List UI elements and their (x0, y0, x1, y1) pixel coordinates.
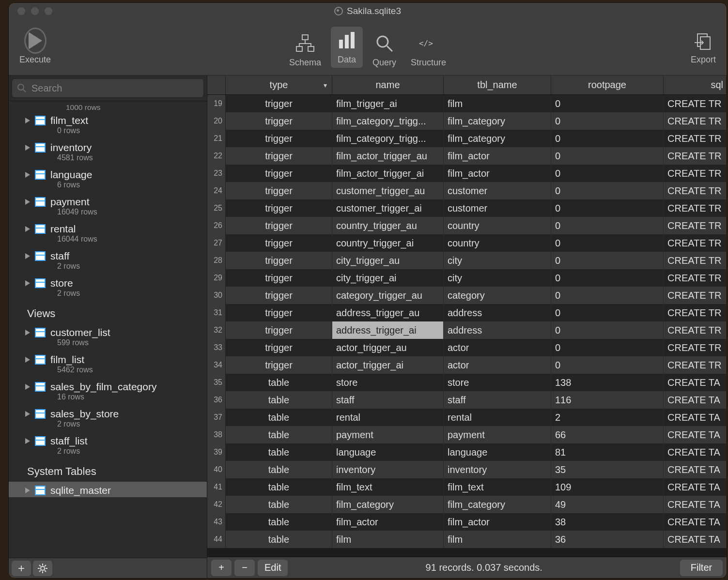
cell-rootpage[interactable]: 0 (551, 199, 664, 217)
cell-sql[interactable]: CREATE TA (664, 478, 727, 496)
cell-rootpage[interactable]: 0 (551, 269, 664, 287)
table-row[interactable]: 21triggerfilm_category_trigg...film_cate… (207, 130, 727, 147)
cell-rootpage[interactable]: 109 (551, 478, 664, 496)
sidebar-item-language[interactable]: language (9, 166, 207, 182)
cell-sql[interactable]: CREATE TR (664, 182, 727, 199)
cell-type[interactable]: trigger (226, 304, 332, 321)
cell-tbl_name[interactable]: city (444, 269, 551, 287)
sidebar-item-rental[interactable]: rental (9, 220, 207, 236)
search-field[interactable] (31, 83, 199, 94)
table-row[interactable]: 35tablestorestore138CREATE TA (207, 374, 727, 391)
cell-sql[interactable]: CREATE TA (664, 496, 727, 513)
sidebar-tree[interactable]: 1000 rows film_text0 rows inventory4581 … (9, 101, 207, 558)
cell-tbl_name[interactable]: store (444, 374, 551, 391)
cell-name[interactable]: language (332, 443, 444, 461)
cell-rootpage[interactable]: 0 (551, 321, 664, 339)
cell-rootpage[interactable]: 0 (551, 339, 664, 356)
sidebar-item-inventory[interactable]: inventory (9, 139, 207, 154)
table-row[interactable]: 42tablefilm_categoryfilm_category49CREAT… (207, 496, 727, 513)
cell-name[interactable]: actor_trigger_ai (332, 356, 444, 374)
cell-sql[interactable]: CREATE TA (664, 513, 727, 531)
cell-tbl_name[interactable]: inventory (444, 461, 551, 478)
filter-button[interactable]: Filter (680, 560, 723, 576)
add-button[interactable]: + (12, 561, 31, 576)
structure-tab[interactable]: </> Structure (406, 32, 451, 68)
cell-rootpage[interactable]: 35 (551, 461, 664, 478)
table-row[interactable]: 39tablelanguagelanguage81CREATE TA (207, 443, 727, 461)
cell-type[interactable]: trigger (226, 95, 332, 112)
search-input[interactable] (12, 78, 204, 98)
cell-type[interactable]: trigger (226, 356, 332, 374)
cell-type[interactable]: trigger (226, 234, 332, 252)
cell-rootpage[interactable]: 36 (551, 531, 664, 548)
grid-body[interactable]: 19triggerfilm_trigger_aifilm0CREATE TR20… (207, 95, 727, 557)
cell-tbl_name[interactable]: film_text (444, 478, 551, 496)
table-row[interactable]: 20triggerfilm_category_trigg...film_cate… (207, 112, 727, 130)
cell-sql[interactable]: CREATE TA (664, 391, 727, 409)
cell-rootpage[interactable]: 0 (551, 287, 664, 304)
table-row[interactable]: 44tablefilmfilm36CREATE TA (207, 531, 727, 548)
cell-name[interactable]: city_trigger_ai (332, 269, 444, 287)
cell-type[interactable]: trigger (226, 147, 332, 165)
cell-type[interactable]: table (226, 496, 332, 513)
table-row[interactable]: 41tablefilm_textfilm_text109CREATE TA (207, 478, 727, 496)
cell-type[interactable]: table (226, 409, 332, 426)
cell-tbl_name[interactable]: film_actor (444, 147, 551, 165)
zoom-icon[interactable] (45, 7, 52, 15)
edit-row-button[interactable]: Edit (258, 560, 288, 576)
cell-name[interactable]: film (332, 531, 444, 548)
cell-type[interactable]: trigger (226, 287, 332, 304)
cell-rootpage[interactable]: 49 (551, 496, 664, 513)
cell-tbl_name[interactable]: category (444, 287, 551, 304)
cell-tbl_name[interactable]: film_actor (444, 513, 551, 531)
cell-sql[interactable]: CREATE TA (664, 374, 727, 391)
cell-tbl_name[interactable]: staff (444, 391, 551, 409)
cell-name[interactable]: film_category (332, 496, 444, 513)
cell-sql[interactable]: CREATE TR (664, 130, 727, 147)
table-row[interactable]: 29triggercity_trigger_aicity0CREATE TR (207, 269, 727, 287)
cell-sql[interactable]: CREATE TR (664, 217, 727, 234)
cell-sql[interactable]: CREATE TR (664, 304, 727, 321)
cell-tbl_name[interactable]: customer (444, 199, 551, 217)
cell-tbl_name[interactable]: rental (444, 409, 551, 426)
cell-name[interactable]: customer_trigger_au (332, 182, 444, 199)
close-icon[interactable] (17, 7, 25, 15)
cell-name[interactable]: category_trigger_au (332, 287, 444, 304)
cell-rootpage[interactable]: 0 (551, 165, 664, 182)
table-row[interactable]: 28triggercity_trigger_aucity0CREATE TR (207, 252, 727, 269)
cell-sql[interactable]: CREATE TR (664, 147, 727, 165)
cell-sql[interactable]: CREATE TR (664, 339, 727, 356)
cell-type[interactable]: trigger (226, 199, 332, 217)
sidebar-item-staff_list[interactable]: staff_list (9, 432, 207, 448)
cell-rootpage[interactable]: 0 (551, 147, 664, 165)
cell-name[interactable]: payment (332, 426, 444, 443)
cell-tbl_name[interactable]: film_category (444, 496, 551, 513)
cell-type[interactable]: table (226, 374, 332, 391)
cell-sql[interactable]: CREATE TA (664, 409, 727, 426)
table-row[interactable]: 40tableinventoryinventory35CREATE TA (207, 461, 727, 478)
execute-button[interactable]: Execute (15, 30, 56, 65)
col-header-type[interactable]: type (226, 76, 332, 94)
cell-rootpage[interactable]: 0 (551, 182, 664, 199)
cell-sql[interactable]: CREATE TA (664, 461, 727, 478)
cell-type[interactable]: trigger (226, 182, 332, 199)
cell-name[interactable]: customer_trigger_ai (332, 199, 444, 217)
cell-type[interactable]: table (226, 478, 332, 496)
table-row[interactable]: 32triggeraddress_trigger_aiaddress0CREAT… (207, 321, 727, 339)
cell-type[interactable]: trigger (226, 269, 332, 287)
cell-rootpage[interactable]: 81 (551, 443, 664, 461)
cell-sql[interactable]: CREATE TR (664, 269, 727, 287)
export-button[interactable]: Export (686, 30, 721, 65)
cell-rootpage[interactable]: 0 (551, 356, 664, 374)
sidebar-item-film_text[interactable]: film_text (9, 112, 207, 127)
table-row[interactable]: 26triggercountry_trigger_aucountry0CREAT… (207, 217, 727, 234)
cell-rootpage[interactable]: 0 (551, 252, 664, 269)
table-row[interactable]: 36tablestaffstaff116CREATE TA (207, 391, 727, 409)
cell-sql[interactable]: CREATE TA (664, 443, 727, 461)
cell-tbl_name[interactable]: actor (444, 356, 551, 374)
data-tab[interactable]: Data (331, 27, 363, 68)
minimize-icon[interactable] (31, 7, 39, 15)
cell-rootpage[interactable]: 0 (551, 217, 664, 234)
cell-name[interactable]: film_text (332, 478, 444, 496)
cell-name[interactable]: film_category_trigg... (332, 130, 444, 147)
